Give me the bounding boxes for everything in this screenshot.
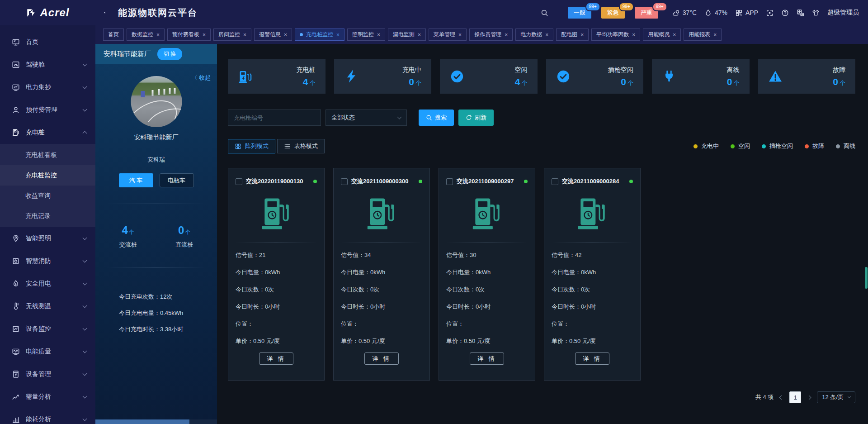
alarm-badge-urgent[interactable]: 紧急99+: [601, 7, 625, 19]
refresh-icon: [466, 114, 472, 121]
vehicle-tab-汽车[interactable]: 汽 车: [119, 173, 153, 187]
sidebar-item-智能照明[interactable]: 智能照明: [0, 227, 95, 250]
gun-number-input[interactable]: [228, 110, 321, 126]
tab-close-icon[interactable]: ×: [580, 32, 584, 38]
tab-用能报表[interactable]: 用能报表×: [684, 29, 722, 41]
alarm-badge-general[interactable]: 一般99+: [568, 7, 591, 19]
sidebar-item-安全用电[interactable]: 安全用电: [0, 272, 95, 295]
tab-操作员管理[interactable]: 操作员管理×: [469, 29, 513, 41]
sidebar-subitem-收益查询[interactable]: 收益查询: [0, 186, 95, 206]
tab-close-icon[interactable]: ×: [458, 32, 462, 38]
sidebar-item-电力集抄[interactable]: 电力集抄: [0, 76, 95, 99]
current-page[interactable]: 1: [789, 391, 801, 403]
summary-value-unit: 个: [415, 80, 421, 86]
tab-close-icon[interactable]: ×: [336, 32, 340, 38]
menu-fold-icon[interactable]: [103, 9, 111, 17]
view-mode-表格模式[interactable]: 表格模式: [277, 139, 325, 153]
page-vertical-scrollbar-thumb[interactable]: [865, 267, 868, 289]
sidebar-item-能耗分析[interactable]: 能耗分析: [0, 408, 95, 424]
sidebar-item-电能质量[interactable]: 电能质量: [0, 340, 95, 363]
sidebar-item-智慧消防[interactable]: 智慧消防: [0, 250, 95, 272]
switch-station-button[interactable]: 切 换: [157, 48, 182, 60]
view-mode-阵列模式[interactable]: 阵列模式: [228, 139, 275, 153]
tab-close-icon[interactable]: ×: [156, 32, 160, 38]
detail-button[interactable]: 详 情: [364, 353, 399, 365]
search-icon[interactable]: [541, 9, 548, 17]
tab-close-icon[interactable]: ×: [203, 32, 206, 38]
tab-房间监控[interactable]: 房间监控×: [213, 29, 251, 41]
tab-平均功率因数[interactable]: 平均功率因数×: [591, 29, 640, 41]
refresh-button[interactable]: 刷新: [458, 110, 494, 126]
charging-station-icon: [238, 69, 252, 84]
app-qr-entry[interactable]: APP: [735, 9, 758, 17]
pile-card-stats: 信号值：42今日电量：0kWh今日次数：0次今日时长：0小时位置：单价：0.50…: [552, 247, 633, 350]
tab-close-icon[interactable]: ×: [545, 32, 548, 38]
scrollbar-thumb[interactable]: [95, 419, 189, 424]
next-page-button[interactable]: [807, 396, 811, 399]
status-dot: [419, 180, 422, 183]
tab-电力数据[interactable]: 电力数据×: [515, 29, 553, 41]
sidebar-subitem-充电桩监控[interactable]: 充电桩监控: [0, 165, 95, 186]
pile-card-交流20211009000297: 交流20211009000297信号值：30今日电量：0kWh今日次数：0次今日…: [439, 168, 535, 381]
theme-skin-icon[interactable]: [812, 9, 820, 17]
checkbox[interactable]: [341, 178, 348, 185]
tab-预付费看板[interactable]: 预付费看板×: [167, 29, 211, 41]
table-mode-icon: [284, 143, 291, 150]
sidebar-subitem-充电桩看板[interactable]: 充电桩看板: [0, 145, 95, 165]
sidebar-item-预付费管理[interactable]: 预付费管理: [0, 99, 95, 121]
tab-报警信息[interactable]: 报警信息×: [254, 29, 292, 41]
sidebar-subitem-充电记录[interactable]: 充电记录: [0, 206, 95, 226]
tab-close-icon[interactable]: ×: [632, 32, 635, 38]
tab-数据监控[interactable]: 数据监控×: [127, 29, 165, 41]
summary-card-空闲: 空闲4个: [440, 59, 538, 94]
panel-horizontal-scrollbar[interactable]: [95, 419, 217, 424]
sidebar-item-无线测温[interactable]: 无线测温: [0, 295, 95, 318]
pile-card-footer: 详 情: [446, 353, 528, 365]
detail-button[interactable]: 详 情: [470, 353, 504, 365]
tab-用能概况[interactable]: 用能概况×: [643, 29, 681, 41]
sidebar-item-需量分析[interactable]: 需量分析: [0, 386, 95, 408]
sidebar-item-充电桩[interactable]: 充电桩: [0, 121, 95, 144]
stat-line-位置: 位置：: [341, 315, 422, 333]
tab-close-icon[interactable]: ×: [505, 32, 508, 38]
detail-button[interactable]: 详 情: [259, 353, 293, 365]
search-button[interactable]: 搜索: [419, 110, 454, 126]
tab-close-icon[interactable]: ×: [243, 32, 246, 38]
checkbox[interactable]: [552, 178, 558, 185]
detail-button[interactable]: 详 情: [575, 353, 609, 365]
language-icon[interactable]: [797, 9, 804, 17]
page-size-select[interactable]: 12 条/页: [817, 391, 855, 403]
tab-close-icon[interactable]: ×: [418, 32, 421, 38]
stat-line-单价: 单价：0.50 元/度: [236, 333, 317, 350]
charging-bolt-icon: [344, 69, 359, 84]
prev-page-button[interactable]: [780, 396, 783, 399]
tab-菜单管理[interactable]: 菜单管理×: [429, 29, 467, 41]
status-select[interactable]: 全部状态: [326, 110, 407, 126]
checkbox[interactable]: [446, 178, 453, 185]
legend-离线: 离线: [836, 142, 855, 150]
sidebar-item-驾驶舱[interactable]: 驾驶舱: [0, 53, 95, 76]
tab-close-icon[interactable]: ×: [713, 32, 717, 38]
tab-配电图[interactable]: 配电图×: [556, 29, 589, 41]
app-window: Acrel 能源物联网云平台 一般99+紧急99+严重99+ 37℃ 47% A…: [0, 0, 868, 424]
qr-code-icon[interactable]: [735, 9, 743, 17]
tab-漏电监测[interactable]: 漏电监测×: [388, 29, 426, 41]
tab-close-icon[interactable]: ×: [673, 32, 676, 38]
alarm-badge-critical[interactable]: 严重99+: [635, 7, 658, 19]
collapse-panel-link[interactable]: 〈 收起: [191, 74, 211, 82]
sidebar-item-设备监控[interactable]: 设备监控: [0, 318, 95, 340]
sidebar-item-首页[interactable]: 首页: [0, 31, 95, 53]
fullscreen-icon[interactable]: [766, 9, 774, 17]
help-icon[interactable]: [781, 9, 789, 17]
tab-label: 配电图: [561, 31, 577, 38]
tab-照明监控[interactable]: 照明监控×: [347, 29, 385, 41]
vehicle-tab-电瓶车[interactable]: 电瓶车: [160, 173, 194, 187]
tab-首页[interactable]: 首页: [103, 29, 124, 41]
sidebar-item-label: 电力集抄: [26, 83, 51, 91]
tab-充电桩监控[interactable]: 充电桩监控×: [295, 29, 344, 41]
checkbox[interactable]: [236, 178, 242, 185]
user-name[interactable]: 超级管理员: [827, 9, 859, 17]
sidebar-item-设备管理[interactable]: 设备管理: [0, 363, 95, 386]
tab-close-icon[interactable]: ×: [377, 32, 380, 38]
tab-close-icon[interactable]: ×: [284, 32, 287, 38]
